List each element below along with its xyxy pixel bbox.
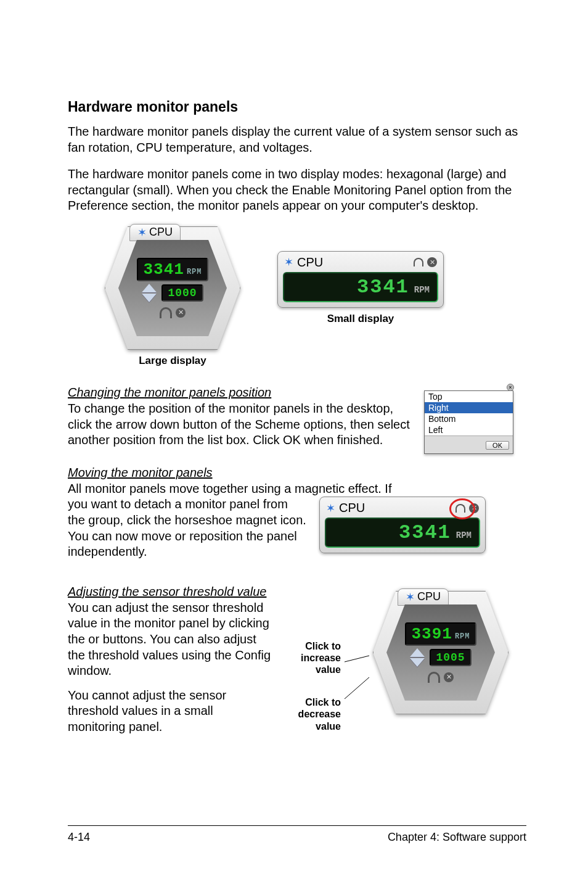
- page-title: Hardware monitor panels: [68, 99, 526, 115]
- adjust-threshold: 1005: [436, 651, 465, 664]
- ok-button[interactable]: OK: [486, 441, 509, 450]
- detach-value-lcd: 3341 RPM: [325, 518, 480, 548]
- threshold-down-button[interactable]: [142, 294, 157, 302]
- adjust-value-lcd: 3391 RPM: [405, 622, 476, 646]
- callout-decrease: Click to decrease value: [282, 696, 341, 732]
- small-value-lcd: 3341 RPM: [283, 272, 438, 302]
- close-icon[interactable]: ✕: [469, 503, 479, 513]
- small-display-group: ✶ CPU ✕ 3341 RPM Small display: [277, 251, 444, 325]
- page-number: 4-14: [68, 831, 90, 844]
- adjust-hex-panel[interactable]: ✶ CPU 3391 RPM 1005: [373, 591, 508, 714]
- moving-panels-heading: Moving the monitor panels: [68, 466, 526, 480]
- detach-value: 3341: [399, 521, 451, 544]
- close-icon[interactable]: ✕: [427, 257, 437, 267]
- adjust-threshold-body2: You cannot adjust the sensor threshold v…: [68, 688, 271, 735]
- hex-value-lcd: 3341 RPM: [137, 258, 208, 281]
- large-display-group: ✶ CPU 3341 RPM 1000: [105, 226, 240, 367]
- small-rect-panel[interactable]: ✶ CPU ✕ 3341 RPM: [277, 251, 444, 308]
- fan-icon: ✶: [406, 590, 415, 604]
- adjust-threshold-body: You can adjust the sensor threshold valu…: [68, 600, 271, 679]
- threshold-up-button[interactable]: [142, 284, 157, 292]
- magnet-icon[interactable]: [428, 672, 440, 683]
- hex-panel-tab[interactable]: ✶ CPU: [398, 588, 449, 606]
- fan-icon: ✶: [284, 255, 293, 269]
- position-option-top[interactable]: Top: [425, 391, 513, 402]
- hex-value: 3341: [143, 260, 184, 279]
- threshold-up-button[interactable]: [410, 648, 425, 657]
- close-icon[interactable]: ×: [507, 384, 514, 391]
- hex-sensor-name: CPU: [149, 226, 173, 239]
- intro-paragraph-2: The hardware monitor panels come in two …: [68, 167, 526, 214]
- hex-unit: RPM: [187, 268, 202, 276]
- hex-panel-tab[interactable]: ✶ CPU: [129, 224, 181, 241]
- adjust-threshold-lcd: 1005: [430, 649, 471, 666]
- svg-line-0: [345, 656, 369, 662]
- adjust-sensor-name: CPU: [417, 590, 441, 603]
- hex-threshold: 1000: [168, 287, 197, 299]
- large-hex-panel[interactable]: ✶ CPU 3341 RPM 1000: [105, 226, 240, 350]
- close-icon[interactable]: ✕: [444, 672, 454, 682]
- small-unit: RPM: [414, 285, 430, 295]
- moving-panels-body: you want to detach a monitor panel from …: [68, 497, 308, 559]
- fan-icon: ✶: [137, 226, 147, 239]
- adjust-unit: RPM: [455, 632, 470, 641]
- detach-unit: RPM: [456, 530, 472, 540]
- position-listbox[interactable]: × Top Right Bottom Left OK: [424, 390, 513, 454]
- detach-sensor-name: CPU: [339, 501, 365, 515]
- callout-lines: [345, 591, 369, 720]
- intro-paragraph-1: The hardware monitor panels display the …: [68, 124, 526, 155]
- changing-position-heading: Changing the monitor panels position: [68, 386, 413, 400]
- detach-rect-panel[interactable]: ✶ CPU ✕ 3341 RPM: [319, 497, 486, 553]
- small-sensor-name: CPU: [297, 255, 323, 270]
- position-option-left[interactable]: Left: [425, 424, 513, 435]
- position-option-right[interactable]: Right: [425, 402, 513, 413]
- svg-line-1: [345, 677, 369, 699]
- page-footer: 4-14 Chapter 4: Software support: [68, 825, 526, 844]
- magnet-icon[interactable]: [160, 307, 172, 318]
- chapter-label: Chapter 4: Software support: [388, 831, 526, 844]
- moving-panels-lead: All monitor panels move together using a…: [68, 481, 526, 497]
- magnet-icon[interactable]: [414, 258, 423, 266]
- magnet-icon[interactable]: [455, 504, 465, 513]
- large-display-caption: Large display: [105, 355, 240, 367]
- fan-icon: ✶: [326, 501, 335, 515]
- threshold-down-button[interactable]: [410, 658, 425, 667]
- hex-threshold-lcd: 1000: [161, 284, 203, 302]
- adjust-threshold-heading: Adjusting the sensor threshold value: [68, 585, 271, 599]
- callout-increase: Click to increase value: [282, 640, 341, 676]
- close-icon[interactable]: ✕: [176, 308, 186, 318]
- small-display-caption: Small display: [277, 313, 444, 325]
- adjust-value: 3391: [411, 625, 452, 643]
- small-value: 3341: [357, 276, 409, 299]
- position-option-bottom[interactable]: Bottom: [425, 413, 513, 424]
- changing-position-body: To change the position of the monitor pa…: [68, 401, 413, 448]
